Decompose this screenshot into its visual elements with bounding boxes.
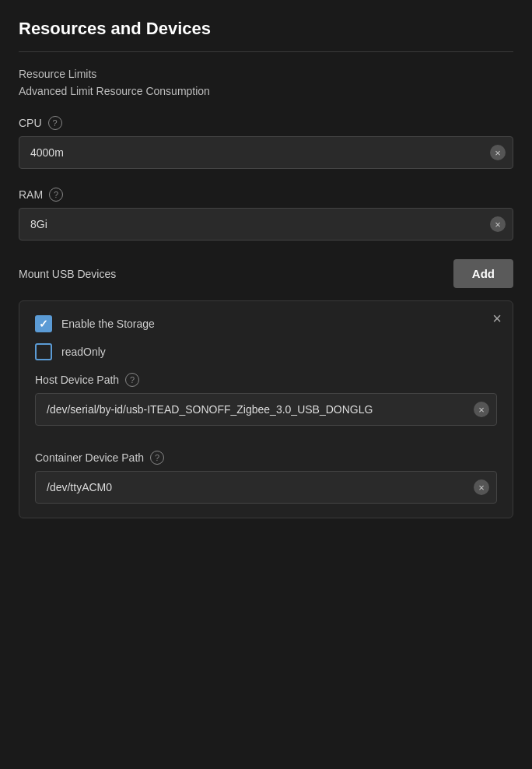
container-device-path-clear-button[interactable]: × [474, 479, 489, 495]
close-usb-device-button[interactable]: × [492, 311, 502, 326]
enable-storage-label: Enable the Storage [61, 318, 155, 330]
ram-label-text: RAM [19, 188, 43, 201]
container-device-path-help-icon[interactable]: ? [150, 451, 164, 465]
resource-limits-label: Resource Limits [19, 68, 513, 80]
host-device-path-help-icon[interactable]: ? [125, 373, 139, 387]
ram-input[interactable] [19, 208, 513, 241]
readonly-checkbox[interactable] [35, 343, 52, 360]
usb-device-card: × ✓ Enable the Storage readOnly Host Dev… [19, 300, 513, 518]
mount-usb-header: Mount USB Devices Add [19, 259, 513, 288]
cpu-help-icon[interactable]: ? [48, 116, 62, 130]
cpu-label: CPU ? [19, 116, 513, 130]
container-device-path-input[interactable] [35, 471, 497, 504]
cpu-input-wrapper: × [19, 136, 513, 169]
advanced-limit-label: Advanced Limit Resource Consumption [19, 85, 513, 97]
host-device-path-label-text: Host Device Path [35, 374, 119, 386]
host-device-path-clear-button[interactable]: × [474, 402, 489, 417]
ram-input-wrapper: × [19, 208, 513, 241]
host-device-path-label: Host Device Path ? [35, 373, 497, 387]
enable-storage-row: ✓ Enable the Storage [35, 315, 497, 332]
readonly-label: readOnly [61, 346, 106, 358]
mount-usb-section: Mount USB Devices Add × ✓ Enable the Sto… [19, 259, 513, 518]
host-device-path-group: Host Device Path ? × [35, 373, 497, 426]
host-device-path-input[interactable] [35, 393, 497, 426]
container-device-path-group: Container Device Path ? × [35, 451, 497, 504]
container-device-path-label: Container Device Path ? [35, 451, 497, 465]
ram-label: RAM ? [19, 188, 513, 202]
cpu-clear-button[interactable]: × [490, 145, 506, 160]
enable-storage-checkbox[interactable]: ✓ [35, 315, 52, 332]
cpu-field-group: CPU ? × [19, 116, 513, 169]
ram-field-group: RAM ? × [19, 188, 513, 241]
mount-usb-label: Mount USB Devices [19, 268, 116, 280]
container-device-path-label-text: Container Device Path [35, 451, 144, 464]
host-device-path-input-wrapper: × [35, 393, 497, 426]
enable-storage-checkmark: ✓ [39, 318, 48, 330]
ram-clear-button[interactable]: × [490, 216, 506, 232]
cpu-input[interactable] [19, 136, 513, 169]
container-device-path-input-wrapper: × [35, 471, 497, 504]
add-usb-button[interactable]: Add [453, 259, 513, 288]
readonly-row: readOnly [35, 343, 497, 360]
page-title: Resources and Devices [19, 19, 513, 52]
ram-help-icon[interactable]: ? [49, 188, 63, 202]
cpu-label-text: CPU [19, 117, 42, 129]
